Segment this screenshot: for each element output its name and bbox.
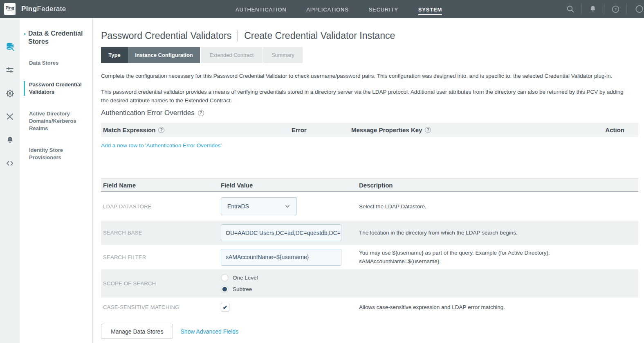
nav-authentication[interactable]: AUTHENTICATION: [236, 6, 286, 13]
table-row-scope-of-search: SCOPE OF SEARCH One Level Subtree: [101, 269, 638, 298]
radio-option-one-level[interactable]: One Level: [221, 274, 359, 282]
field-label: SCOPE OF SEARCH: [103, 280, 221, 287]
nav-system[interactable]: SYSTEM: [418, 3, 442, 15]
intro-paragraph-2: This password credential validator provi…: [101, 88, 633, 105]
radio-option-subtree[interactable]: Subtree: [221, 285, 359, 293]
brand-title: PingFederate: [21, 5, 66, 13]
bell-icon[interactable]: [587, 5, 599, 13]
wizard-tabs: Type Instance Configuration Extended Con…: [101, 47, 638, 63]
tab-instance-configuration[interactable]: Instance Configuration: [128, 47, 200, 63]
col-message-properties-key: Message Properties Key ?: [351, 126, 593, 133]
ping-logo-subtext: Identity: [7, 10, 12, 11]
help-icon[interactable]: ?: [198, 110, 204, 116]
top-bar: Ping Identity PingFederate AUTHENTICATIO…: [0, 0, 644, 18]
tab-type[interactable]: Type: [101, 47, 128, 63]
tab-extended-contract: Extended Contract: [201, 47, 263, 63]
col-action: Action: [593, 126, 638, 133]
nav-security[interactable]: SECURITY: [369, 6, 398, 13]
case-sensitive-checkbox[interactable]: ✔: [221, 303, 229, 311]
sidebar-item-data-stores[interactable]: Data Stores: [24, 59, 87, 67]
svg-text:A: A: [8, 91, 11, 96]
radio-icon[interactable]: [221, 274, 229, 282]
table-row-ldap-datastore: LDAP DATASTORE EntraDS Select the LDAP D…: [101, 192, 638, 221]
field-label: LDAP DATASTORE: [103, 203, 221, 210]
fields-header-row: Field Name Field Value Description: [101, 178, 638, 192]
topbar-divider: [604, 4, 604, 14]
field-label: SEARCH BASE: [103, 230, 221, 236]
field-description: Select the LDAP Datastore.: [359, 202, 580, 211]
field-value-cell: OU=AADDC Users,DC=ad,DC=questdb,DC=: [221, 224, 359, 241]
col-error: Error: [292, 126, 351, 133]
footer-actions: Manage Data Stores Show Advanced Fields: [101, 324, 638, 339]
search-base-input[interactable]: OU=AADDC Users,DC=ad,DC=questdb,DC=: [221, 224, 341, 241]
chevron-left-icon: ‹: [24, 29, 26, 46]
col-match-expression: Match Expression ?: [103, 126, 292, 133]
alert-bell-icon[interactable]: [5, 135, 15, 145]
field-value-cell: One Level Subtree: [221, 274, 359, 293]
data-stores-icon[interactable]: [5, 42, 15, 52]
field-label: CASE-SENSITIVE MATCHING: [103, 304, 221, 310]
table-row-search-filter: SEARCH FILTER sAMAccountName=${username}…: [101, 245, 638, 269]
ping-logo[interactable]: Ping Identity: [4, 3, 16, 15]
field-value-cell: ✔: [221, 303, 359, 311]
add-error-override-row-link[interactable]: Add a new row to 'Authentication Error O…: [101, 142, 222, 149]
code-icon[interactable]: [5, 158, 15, 168]
table-row-search-base: SEARCH BASE OU=AADDC Users,DC=ad,DC=ques…: [101, 221, 638, 245]
error-overrides-header-row: Match Expression ? Error Message Propert…: [101, 123, 638, 137]
main-content: Password Credential Validators Create Cr…: [101, 18, 638, 339]
scope-radio-group: One Level Subtree: [221, 274, 359, 293]
intro-paragraph-1: Complete the configuration necessary for…: [101, 72, 638, 80]
search-icon[interactable]: [564, 5, 577, 14]
help-icon[interactable]: ?: [158, 127, 164, 133]
connector-icon[interactable]: [5, 112, 15, 122]
field-description: The location in the directory from which…: [359, 228, 580, 237]
topbar-icons: ?: [564, 0, 644, 18]
primary-nav: AUTHENTICATION APPLICATIONS SECURITY SYS…: [236, 0, 442, 18]
field-value-cell: sAMAccountName=${username}: [221, 249, 359, 266]
auth-error-overrides-heading: Authentication Error Overrides ?: [101, 108, 638, 117]
sidebar-title: Data & Credential Stores: [28, 29, 87, 46]
tab-summary: Summary: [263, 47, 303, 63]
field-description: Allows case-sensitive expression and LDA…: [359, 303, 580, 311]
svg-text:?: ?: [614, 7, 616, 11]
search-filter-input[interactable]: sAMAccountName=${username}: [221, 249, 341, 266]
sidebar-items: Data Stores Password Credential Validato…: [24, 59, 87, 161]
topbar-divider: [626, 4, 627, 14]
user-icon-partial[interactable]: [632, 5, 644, 14]
help-icon[interactable]: ?: [425, 127, 431, 133]
col-field-name: Field Name: [103, 182, 221, 189]
title-divider: [238, 30, 238, 41]
chevron-down-icon: [285, 203, 290, 209]
page-title-section: Password Credential Validators: [101, 29, 231, 42]
sidebar-item-identity-store-provisioners[interactable]: Identity Store Provisioners: [24, 147, 87, 161]
ldap-datastore-select[interactable]: EntraDS: [221, 197, 297, 215]
checkmark-icon: ✔: [223, 304, 228, 311]
sidebar-item-active-directory-domains[interactable]: Active Directory Domains/Kerberos Realms: [24, 110, 87, 132]
radio-icon-selected[interactable]: [221, 285, 229, 293]
topbar-divider: [581, 4, 582, 14]
table-row-case-sensitive-matching: CASE-SENSITIVE MATCHING ✔ Allows case-se…: [101, 298, 638, 317]
ping-logo-text: Ping: [6, 6, 14, 10]
sidebar-back[interactable]: ‹ Data & Credential Stores: [24, 29, 87, 46]
icon-rail: A: [0, 18, 20, 343]
gear-a-icon[interactable]: A: [5, 88, 15, 98]
select-value: EntraDS: [227, 203, 249, 210]
sliders-icon[interactable]: [5, 65, 15, 75]
field-label: SEARCH FILTER: [103, 254, 221, 260]
sidebar: ‹ Data & Credential Stores Data Stores P…: [20, 18, 93, 343]
manage-data-stores-button[interactable]: Manage Data Stores: [101, 324, 173, 339]
page-title: Password Credential Validators Create Cr…: [101, 29, 638, 42]
nav-applications[interactable]: APPLICATIONS: [306, 6, 348, 13]
show-advanced-fields-link[interactable]: Show Advanced Fields: [180, 328, 238, 335]
col-field-value: Field Value: [221, 182, 359, 189]
page-title-subsection: Create Credential Validator Instance: [244, 29, 395, 42]
field-description: You may use ${username} as part of the q…: [359, 248, 580, 266]
help-icon[interactable]: ?: [609, 5, 622, 14]
field-value-cell: EntraDS: [221, 197, 359, 215]
sidebar-item-password-credential-validators[interactable]: Password Credential Validators: [24, 81, 87, 96]
col-description: Description: [359, 182, 638, 189]
